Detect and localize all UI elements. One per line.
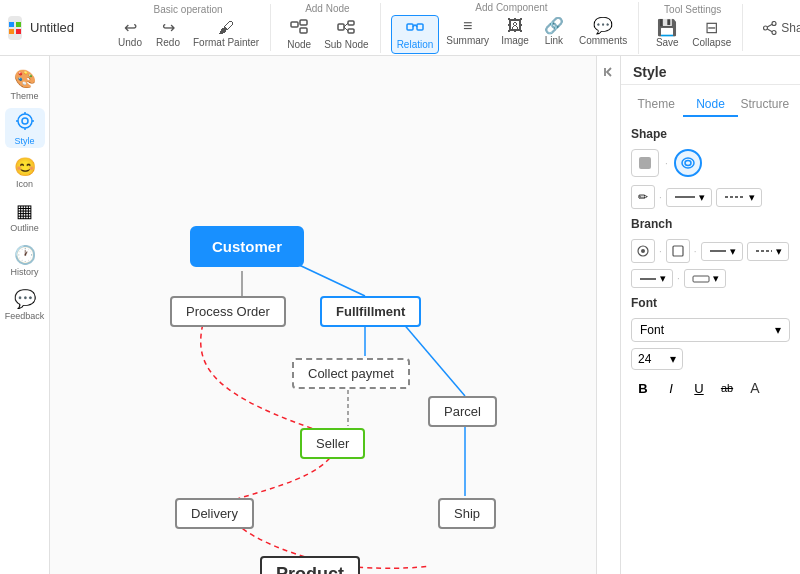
panel-collapse-button[interactable] [596, 56, 620, 574]
style-panel: Style Theme Node Structure Shape · [620, 56, 800, 574]
group-label-addnode: Add Node [305, 3, 349, 14]
history-icon: 🕐 [14, 244, 36, 266]
parcel-node[interactable]: Parcel [428, 396, 497, 427]
branch-row1: · · ▾ ▾ [631, 239, 790, 263]
svg-point-22 [22, 118, 28, 124]
seller-node[interactable]: Seller [300, 428, 365, 459]
app-title: Untitled [30, 20, 90, 35]
chevron-down-icon3: ▾ [730, 245, 736, 258]
collect-payment-node[interactable]: Collect paymet [292, 358, 410, 389]
chevron-down-icon2: ▾ [749, 191, 755, 204]
svg-point-21 [18, 114, 32, 128]
customer-node[interactable]: Customer [190, 226, 304, 267]
group-label-addcomponent: Add Component [475, 2, 547, 13]
shape-separator: · [665, 158, 668, 169]
relation-button[interactable]: Relation [391, 15, 440, 54]
chevron-down-icon5: ▾ [660, 272, 666, 285]
bold-button[interactable]: B [631, 376, 655, 400]
svg-rect-12 [407, 24, 413, 30]
branch-indent-dropdown[interactable]: ▾ [684, 269, 726, 288]
ship-label: Ship [438, 498, 496, 529]
sidebar-item-style[interactable]: Style [5, 108, 45, 148]
process-order-node[interactable]: Process Order [170, 296, 286, 327]
collapse-button[interactable]: ⊟ Collapse [687, 17, 736, 51]
product-node[interactable]: Product [260, 556, 360, 574]
format-painter-icon: 🖌 [218, 20, 234, 36]
font-section-title: Font [631, 296, 790, 310]
fulfillment-node[interactable]: Fullfillment [320, 296, 421, 327]
chevron-down-icon: ▾ [699, 191, 705, 204]
redo-button[interactable]: ↪ Redo [150, 17, 186, 51]
strikethrough-button[interactable]: ab [715, 376, 739, 400]
redo-icon: ↪ [162, 20, 175, 36]
branch-fill-btn[interactable] [666, 239, 690, 263]
summary-button[interactable]: ≡ Summary [441, 15, 494, 54]
font-size-dropdown[interactable]: 24 ▾ [631, 348, 683, 370]
chevron-down-icon8: ▾ [670, 352, 676, 366]
canvas[interactable]: Customer Process Order Fullfillment Coll… [50, 56, 596, 574]
comments-icon: 💬 [593, 18, 613, 34]
left-sidebar: 🎨 Theme Style 😊 Icon ▦ Outline 🕐 History… [0, 56, 50, 574]
sub-node-button[interactable]: Sub Node [319, 16, 373, 53]
sidebar-item-history[interactable]: 🕐 History [5, 240, 45, 280]
chevron-down-icon7: ▾ [775, 323, 781, 337]
branch-style-dropdown[interactable]: ▾ [747, 242, 789, 261]
comments-button[interactable]: 💬 Comments [574, 15, 632, 54]
svg-point-16 [764, 26, 768, 30]
svg-rect-6 [300, 28, 307, 33]
sidebar-item-outline[interactable]: ▦ Outline [5, 196, 45, 236]
panel-title: Style [621, 56, 800, 85]
svg-rect-8 [348, 21, 354, 25]
svg-point-42 [641, 249, 645, 253]
tab-structure[interactable]: Structure [738, 93, 792, 117]
node-button[interactable]: Node [281, 16, 317, 53]
svg-rect-0 [9, 22, 14, 27]
save-button[interactable]: 💾 Save [649, 17, 685, 51]
ship-node[interactable]: Ship [438, 498, 496, 529]
image-button[interactable]: 🖼 Image [496, 15, 534, 54]
undo-button[interactable]: ↩ Undo [112, 17, 148, 51]
line-style-dropdown[interactable]: ▾ [666, 188, 712, 207]
sidebar-item-icon[interactable]: 😊 Icon [5, 152, 45, 192]
branch-line-dropdown[interactable]: ▾ [701, 242, 743, 261]
share-button[interactable]: Share [751, 16, 800, 40]
shape-btn-circle[interactable] [674, 149, 702, 177]
summary-icon: ≡ [463, 18, 472, 34]
seller-label: Seller [300, 428, 365, 459]
branch-color-btn[interactable] [631, 239, 655, 263]
process-order-label: Process Order [170, 296, 286, 327]
dot1: · [659, 192, 662, 203]
tab-theme[interactable]: Theme [629, 93, 683, 117]
italic-button[interactable]: I [659, 376, 683, 400]
font-color-button[interactable]: A [743, 376, 767, 400]
svg-rect-4 [291, 22, 298, 27]
panel-content: Shape · ✏ · ▾ [621, 117, 800, 574]
format-painter-button[interactable]: 🖌 Format Painter [188, 17, 264, 51]
branch-line2-dropdown[interactable]: ▾ [631, 269, 673, 288]
chevron-down-icon6: ▾ [713, 272, 719, 285]
svg-point-37 [682, 158, 694, 168]
parcel-label: Parcel [428, 396, 497, 427]
font-name-dropdown[interactable]: Font ▾ [631, 318, 790, 342]
underline-button[interactable]: U [687, 376, 711, 400]
tab-node[interactable]: Node [683, 93, 737, 117]
svg-point-15 [772, 30, 776, 34]
style-outline-row1: ✏ · ▾ ▾ [631, 185, 790, 209]
sidebar-item-feedback[interactable]: 💬 Feedback [5, 284, 45, 324]
node-icon [290, 19, 308, 38]
svg-rect-1 [16, 22, 21, 27]
svg-rect-43 [673, 246, 683, 256]
sidebar-item-theme[interactable]: 🎨 Theme [5, 64, 45, 104]
relation-icon [406, 19, 424, 38]
customer-label: Customer [190, 226, 304, 267]
shape-btn-fill[interactable] [631, 149, 659, 177]
svg-rect-3 [16, 29, 21, 34]
feedback-icon: 💬 [14, 288, 36, 310]
pen-dropdown[interactable]: ✏ [631, 185, 655, 209]
font-size-row: 24 ▾ [631, 348, 790, 370]
line-style2-dropdown[interactable]: ▾ [716, 188, 762, 207]
delivery-node[interactable]: Delivery [175, 498, 254, 529]
link-button[interactable]: 🔗 Link [536, 15, 572, 54]
share-export-area: Share Export [751, 16, 800, 40]
outline-icon: ▦ [16, 200, 33, 222]
